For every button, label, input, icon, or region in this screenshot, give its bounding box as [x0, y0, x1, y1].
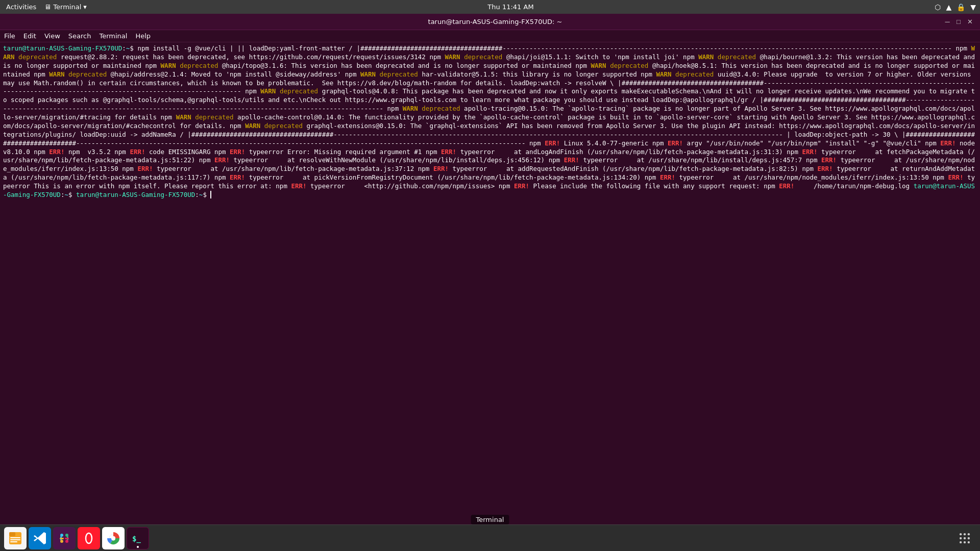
- svg-rect-13: [65, 538, 69, 539]
- menu-help[interactable]: Help: [135, 32, 151, 40]
- svg-point-25: [964, 537, 966, 539]
- taskbar-vscode-icon[interactable]: [29, 527, 51, 549]
- volume-icon[interactable]: 🔒: [957, 3, 965, 11]
- maximize-button[interactable]: □: [954, 18, 963, 26]
- terminal-window: tarun@tarun-ASUS-Gaming-FX570UD: ~ ─ □ ✕…: [0, 14, 980, 551]
- menu-file[interactable]: File: [4, 32, 15, 40]
- svg-point-24: [960, 537, 962, 539]
- power-icon[interactable]: ▼: [970, 3, 976, 11]
- svg-point-21: [960, 533, 962, 535]
- terminal-menu-label: Terminal: [53, 3, 81, 11]
- svg-point-8: [65, 534, 68, 537]
- app-grid-button[interactable]: [953, 527, 976, 549]
- minimize-button[interactable]: ─: [943, 18, 951, 26]
- active-indicator: [137, 546, 139, 548]
- network-icon[interactable]: ⬡: [935, 3, 941, 11]
- terminal-window-title: tarun@tarun-ASUS-Gaming-FX570UD: ~: [47, 18, 943, 26]
- menu-search[interactable]: Search: [68, 32, 91, 40]
- svg-rect-4: [10, 541, 17, 542]
- svg-point-29: [968, 541, 970, 543]
- topbar-right: ⬡ ▲ 🔒 ▼: [935, 3, 976, 11]
- terminal-menubar: File Edit View Search Terminal Help: [0, 30, 980, 42]
- menu-edit[interactable]: Edit: [23, 32, 36, 40]
- taskbar-slack-icon[interactable]: [53, 527, 76, 549]
- terminal-menu-arrow: ▾: [83, 3, 87, 11]
- taskbar-terminal-icon[interactable]: $_: [127, 527, 149, 549]
- svg-rect-3: [10, 539, 20, 540]
- topbar-clock: Thu 11:41 AM: [487, 3, 533, 11]
- wifi-icon[interactable]: ▲: [946, 3, 951, 11]
- svg-point-23: [968, 533, 970, 535]
- svg-point-10: [60, 540, 63, 543]
- activities-button[interactable]: Activities: [4, 3, 38, 11]
- system-topbar: Activities 🖥 Terminal ▾ Thu 11:41 AM ⬡ ▲…: [0, 0, 980, 14]
- menu-terminal[interactable]: Terminal: [99, 32, 127, 40]
- taskbar: $_: [0, 524, 980, 551]
- svg-rect-2: [10, 537, 20, 538]
- terminal-menu-icon: 🖥: [44, 3, 51, 11]
- svg-point-28: [964, 541, 966, 543]
- svg-text:$_: $_: [132, 535, 141, 543]
- svg-point-27: [960, 541, 962, 543]
- svg-marker-5: [34, 532, 46, 544]
- svg-point-18: [111, 536, 115, 540]
- topbar-terminal-menu[interactable]: 🖥 Terminal ▾: [44, 3, 86, 11]
- close-button[interactable]: ✕: [966, 18, 974, 26]
- taskbar-window-label: Terminal: [471, 515, 509, 524]
- window-controls: ─ □ ✕: [943, 18, 974, 26]
- svg-rect-11: [60, 538, 64, 539]
- svg-point-6: [60, 534, 63, 537]
- menu-view[interactable]: View: [44, 32, 60, 40]
- terminal-titlebar: tarun@tarun-ASUS-Gaming-FX570UD: ~ ─ □ ✕: [0, 14, 980, 30]
- taskbar-opera-icon[interactable]: [78, 527, 100, 549]
- svg-point-12: [65, 540, 68, 543]
- svg-point-14: [83, 532, 95, 544]
- svg-rect-1: [9, 532, 15, 536]
- terminal-output[interactable]: tarun@tarun-ASUS-Gaming-FX570UD:~$ npm i…: [0, 42, 980, 551]
- taskbar-chrome-icon[interactable]: [102, 527, 125, 549]
- taskbar-files-icon[interactable]: [4, 527, 27, 549]
- svg-point-26: [968, 537, 970, 539]
- svg-point-22: [964, 533, 966, 535]
- topbar-left: Activities 🖥 Terminal ▾: [4, 3, 87, 11]
